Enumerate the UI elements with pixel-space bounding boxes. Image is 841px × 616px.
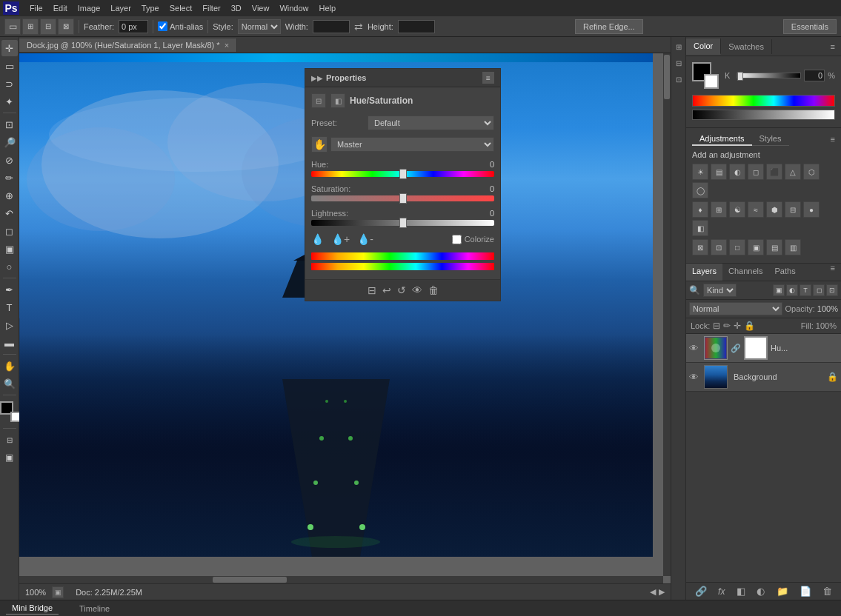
colorize-checkbox[interactable]	[452, 235, 462, 244]
menu-image[interactable]: Image	[73, 2, 105, 14]
timeline-tab[interactable]: Timeline	[73, 603, 116, 615]
menu-help[interactable]: Help	[315, 2, 341, 14]
text-tool[interactable]: T	[1, 299, 18, 315]
layer-visibility-btn[interactable]: 👁	[689, 343, 701, 354]
grayscale-bar[interactable]	[692, 110, 835, 120]
channel-select[interactable]: Master	[330, 137, 494, 152]
delete-btn[interactable]: 🗑	[428, 284, 439, 296]
adj-icon-11[interactable]: □	[729, 239, 745, 255]
eyedropper-btn[interactable]: 💧	[311, 233, 324, 245]
k-value-input[interactable]	[804, 70, 825, 81]
feather-input[interactable]	[119, 20, 148, 33]
move-tool[interactable]: ✛	[1, 40, 18, 56]
eyedropper-tool[interactable]: 🔎	[1, 134, 18, 150]
adjustments-menu[interactable]: ≡	[831, 135, 835, 144]
menu-select[interactable]: Select	[165, 2, 197, 14]
layers-footer-folder[interactable]: 📁	[777, 586, 788, 597]
width-input[interactable]	[313, 20, 350, 33]
paths-tab[interactable]: Paths	[769, 264, 802, 281]
lock-pixels-icon[interactable]: ⊟	[713, 321, 720, 331]
reset-btn[interactable]: ↺	[397, 284, 406, 296]
styles-tab[interactable]: Styles	[752, 133, 789, 146]
adj-selective-color-icon[interactable]: ◧	[692, 220, 708, 236]
canvas-content[interactable]: ▶▶ Properties ≡ ⊟ ◧ Hue/Saturation	[19, 53, 671, 583]
properties-expand-icon[interactable]: ▶▶	[311, 74, 323, 82]
brush-tool[interactable]: ✏	[1, 170, 18, 186]
layer-item-hue-sat[interactable]: 👁 🔗 Hu...	[686, 334, 841, 363]
menu-window[interactable]: Window	[275, 2, 313, 14]
lock-all-icon[interactable]: 🔒	[744, 321, 755, 331]
adj-bw-icon[interactable]: ◯	[692, 182, 708, 198]
gradient-tool[interactable]: ▣	[1, 241, 18, 257]
magic-wand-tool[interactable]: ✦	[1, 93, 18, 110]
menu-edit[interactable]: Edit	[49, 2, 72, 14]
bg-layer-visibility-btn[interactable]: 👁	[689, 372, 701, 383]
lasso-tool[interactable]: ⊃	[1, 76, 18, 92]
filter-adj-icon[interactable]: ◐	[786, 284, 798, 296]
layer-item-background[interactable]: 👁 Background 🔒	[686, 363, 841, 392]
nav-left-btn[interactable]: ◀	[650, 587, 656, 597]
eyedropper-sub-btn[interactable]: 💧-	[357, 233, 373, 245]
right-icon-2[interactable]: ⊟	[672, 56, 685, 70]
adj-icon-14[interactable]: ▥	[785, 239, 801, 255]
essentials-button[interactable]: Essentials	[783, 19, 837, 34]
screen-mode-btn[interactable]: ▣	[1, 449, 18, 466]
hue-thumb[interactable]	[399, 169, 407, 179]
pen-tool[interactable]: ✒	[1, 281, 18, 298]
layers-footer-icon1[interactable]: 🔗	[695, 586, 707, 597]
quick-mask-btn[interactable]: ⊟	[1, 432, 18, 448]
menu-3d[interactable]: 3D	[227, 2, 246, 14]
right-icon-3[interactable]: ⊡	[672, 73, 685, 86]
zoom-history-btn[interactable]: ▣	[52, 586, 64, 598]
adj-colorlookup-icon[interactable]: ☯	[729, 201, 745, 218]
zoom-tool[interactable]: 🔍	[1, 375, 18, 392]
lightness-thumb[interactable]	[399, 218, 407, 228]
k-slider[interactable]	[737, 73, 801, 78]
channels-tab[interactable]: Channels	[722, 264, 768, 281]
adj-icon-9[interactable]: ⊠	[692, 239, 708, 255]
hand-tool[interactable]: ✋	[1, 358, 18, 374]
visibility-btn[interactable]: 👁	[412, 284, 422, 296]
menu-filter[interactable]: Filter	[198, 2, 225, 14]
preset-select[interactable]: Default	[368, 116, 494, 130]
layers-footer-delete[interactable]: 🗑	[822, 586, 832, 597]
canvas-tab[interactable]: Dock.jpg @ 100% (Hue/Saturation 1, Layer…	[19, 38, 237, 52]
adj-photofilter-icon[interactable]: ♦	[692, 201, 708, 218]
spectrum-bar[interactable]	[692, 95, 835, 107]
adj-exposure-icon[interactable]: ◻	[748, 164, 764, 180]
k-slider-thumb[interactable]	[737, 72, 743, 81]
marquee-tool[interactable]: ▭	[1, 58, 18, 74]
blend-mode-select[interactable]: Normal	[689, 302, 782, 315]
right-icon-1[interactable]: ⊞	[672, 40, 685, 53]
filter-smart-icon[interactable]: ⊡	[826, 284, 838, 296]
properties-header[interactable]: ▶▶ Properties ≡	[305, 69, 500, 87]
background-swatch[interactable]	[704, 74, 719, 89]
adj-posterize-icon[interactable]: ⬢	[766, 201, 782, 218]
filter-type-icon[interactable]: T	[800, 284, 811, 296]
layer-kind-select[interactable]: Kind	[703, 284, 737, 297]
adj-hue-sat-icon[interactable]: △	[785, 164, 801, 180]
style-select[interactable]: Normal	[238, 19, 281, 34]
adj-levels-icon[interactable]: ▤	[711, 164, 727, 180]
anti-alias-check[interactable]: Anti-alias	[158, 21, 203, 31]
layer-link-icon[interactable]: 🔗	[731, 344, 741, 353]
path-tool[interactable]: ▷	[1, 317, 18, 333]
saturation-thumb[interactable]	[399, 193, 407, 204]
layers-footer-adj[interactable]: ◐	[757, 586, 765, 597]
tool-shape-btn3[interactable]: ⊟	[40, 19, 56, 35]
prev-state-btn[interactable]: ↩	[382, 284, 391, 296]
dodge-tool[interactable]: ○	[1, 258, 18, 275]
color-panel-menu[interactable]: ≡	[825, 42, 841, 51]
menu-layer[interactable]: Layer	[106, 2, 136, 14]
height-input[interactable]	[398, 20, 435, 33]
swatches-tab[interactable]: Swatches	[721, 39, 772, 54]
adj-colorbalance-icon[interactable]: ⬡	[803, 164, 820, 180]
clip-to-layer-btn[interactable]: ⊟	[368, 284, 376, 296]
lock-image-icon[interactable]: ✏	[723, 321, 731, 331]
fg-bg-swatches[interactable]	[692, 62, 719, 89]
refine-edge-button[interactable]: Refine Edge...	[575, 19, 643, 34]
menu-type[interactable]: Type	[137, 2, 164, 14]
filter-shape-icon[interactable]: ◻	[813, 284, 825, 296]
layers-tab[interactable]: Layers	[686, 264, 722, 281]
color-tab[interactable]: Color	[686, 38, 721, 55]
